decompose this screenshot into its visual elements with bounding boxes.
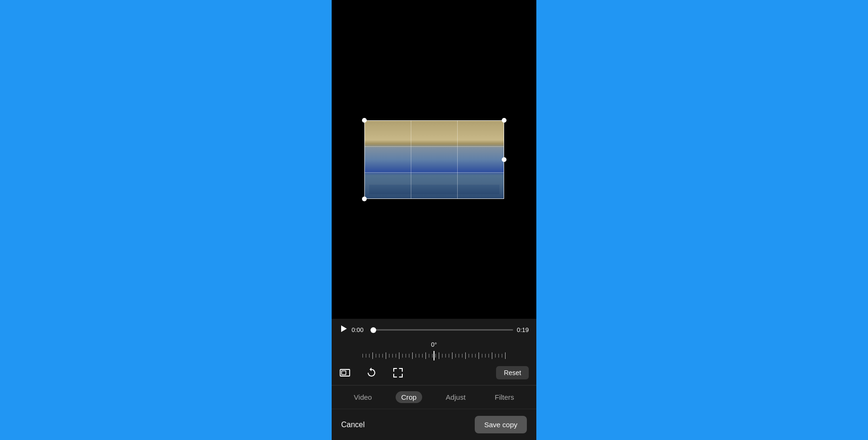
tick — [479, 352, 479, 359]
tick — [412, 352, 413, 359]
tick — [382, 354, 383, 358]
tick — [488, 354, 489, 358]
free-crop-button[interactable] — [392, 367, 404, 378]
play-button[interactable] — [339, 324, 348, 335]
tab-video[interactable]: Video — [348, 391, 378, 403]
tick — [465, 352, 466, 359]
tick — [402, 354, 403, 358]
rotate-icon — [366, 367, 377, 378]
cancel-button[interactable]: Cancel — [341, 421, 365, 429]
tick — [462, 354, 462, 358]
tab-adjust[interactable]: Adjust — [440, 391, 471, 403]
svg-rect-2 — [342, 371, 346, 375]
progress-track[interactable] — [371, 329, 513, 331]
tick — [472, 354, 472, 358]
tick — [376, 354, 376, 358]
tick — [498, 354, 499, 358]
tab-crop[interactable]: Crop — [396, 391, 423, 403]
tick — [362, 354, 363, 358]
tick — [435, 354, 436, 358]
aspect-ratio-icon — [339, 367, 351, 378]
reset-button[interactable]: Reset — [496, 366, 529, 379]
play-icon — [339, 324, 348, 333]
ruler-center-indicator — [434, 351, 434, 360]
tick — [389, 354, 389, 358]
controls-area: 0:00 0:19 0° — [332, 319, 536, 385]
tick — [372, 352, 373, 359]
rotation-ruler[interactable] — [339, 351, 529, 360]
tick — [406, 354, 406, 358]
rotation-degree: 0° — [431, 341, 437, 348]
tick — [439, 352, 439, 359]
tick — [369, 354, 370, 358]
tick — [399, 352, 399, 359]
tick — [495, 354, 496, 358]
rotate-button[interactable] — [366, 367, 377, 378]
progress-thumb[interactable] — [371, 327, 376, 333]
tab-filters[interactable]: Filters — [489, 391, 520, 403]
timeline-row: 0:00 0:19 — [339, 324, 529, 335]
tick-center — [425, 352, 426, 359]
tick — [482, 354, 482, 358]
tick — [419, 354, 419, 358]
tab-bar: Video Crop Adjust Filters — [332, 386, 536, 409]
tick — [505, 352, 506, 359]
tick — [475, 354, 476, 358]
free-crop-icon — [392, 367, 404, 378]
tick — [445, 354, 446, 358]
tick — [409, 354, 409, 358]
tick — [449, 354, 449, 358]
tick — [485, 354, 486, 358]
tick — [459, 354, 459, 358]
rotation-area: 0° — [339, 341, 529, 360]
aspect-ratio-button[interactable] — [339, 367, 351, 378]
tick — [452, 352, 452, 359]
bottom-bar: Cancel Save copy — [332, 409, 536, 440]
save-copy-button[interactable]: Save copy — [475, 416, 527, 433]
video-frame — [364, 120, 504, 199]
tick — [386, 352, 386, 359]
tick — [416, 354, 416, 358]
tick — [396, 354, 396, 358]
tick — [379, 354, 380, 358]
time-total: 0:19 — [517, 326, 529, 333]
video-image — [364, 120, 504, 199]
tick — [442, 354, 443, 358]
tick — [392, 354, 393, 358]
tick — [469, 354, 469, 358]
phone-container: 0:00 0:19 0° — [332, 0, 536, 440]
tick — [455, 354, 456, 358]
tick — [422, 354, 423, 358]
time-current: 0:00 — [352, 326, 367, 333]
tick — [502, 354, 502, 358]
tick — [429, 354, 429, 358]
tick — [366, 354, 366, 358]
svg-marker-0 — [341, 325, 347, 332]
tick — [492, 352, 492, 359]
tick — [432, 354, 433, 358]
tool-row: Reset — [339, 366, 529, 379]
video-area — [332, 0, 536, 319]
